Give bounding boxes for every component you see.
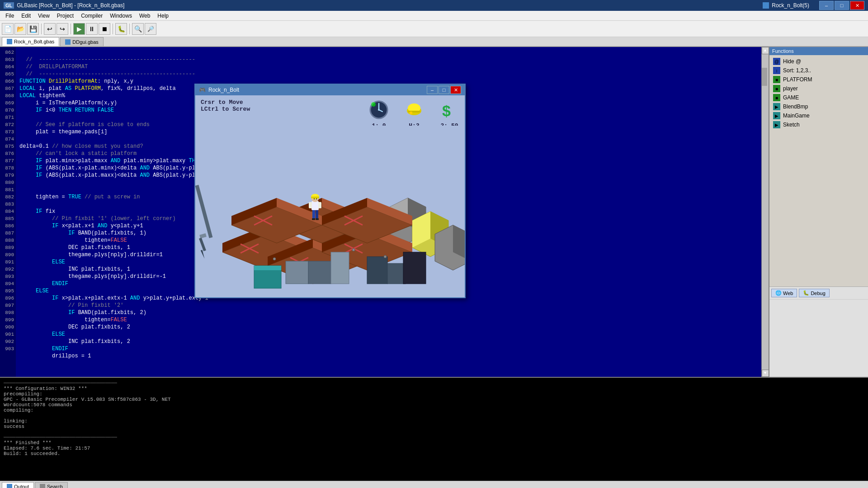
output-line-9 xyxy=(4,429,864,435)
stop-button[interactable]: ⏹ xyxy=(99,23,110,35)
panel-item-sketch-label: Sketch xyxy=(783,122,800,128)
debug-label: Debug xyxy=(811,291,825,296)
stat-health: H:3 xyxy=(403,99,425,129)
tab-ddgui[interactable]: DDgui.gbas xyxy=(60,37,103,46)
menu-item-help[interactable]: Help xyxy=(154,12,172,20)
debug-tab-button[interactable]: 🐛 Debug xyxy=(799,289,829,297)
undo-button[interactable]: ↩ xyxy=(44,23,56,35)
game-title-bar[interactable]: 🎮 Rock_n_Bolt – □ ✕ xyxy=(195,84,465,95)
output-line-11: Elapsed: 7.6 sec. Time: 21:57 xyxy=(4,446,864,451)
game-title-left: 🎮 Rock_n_Bolt xyxy=(199,87,239,93)
panel-item-player[interactable]: ■ player xyxy=(771,84,866,93)
pause-button[interactable]: ⏸ xyxy=(86,23,98,35)
right-panel-content: @ Hide @ ↕ Sort: 1,2,3.. ■ PLATFORM ■ pl… xyxy=(769,55,868,286)
output-line-separator2: ────────────────────────────────────── xyxy=(4,435,864,440)
output-line-5: compiling: xyxy=(4,408,864,413)
editor-scrollbar[interactable]: ▲ ▼ xyxy=(761,47,769,377)
output-line-2: precompiling: xyxy=(4,391,864,397)
toolbar-separator-3 xyxy=(113,23,113,34)
menu-item-file[interactable]: File xyxy=(2,12,18,20)
instruction-line-1: Crsr to Move xyxy=(201,99,250,106)
open-button[interactable]: 📂 xyxy=(14,23,26,35)
minimize-button[interactable]: – xyxy=(819,1,834,10)
panel-item-blendbmp[interactable]: ▶ BlendBmp xyxy=(771,102,866,111)
panel-item-maingame[interactable]: ▶ MainGame xyxy=(771,111,866,120)
dollar-icon: $ xyxy=(439,99,460,121)
search-tab[interactable]: Search xyxy=(35,482,68,488)
zoom-in-button[interactable]: 🔍 xyxy=(132,23,144,35)
svg-rect-61 xyxy=(312,209,315,219)
svg-rect-65 xyxy=(318,202,321,208)
game-minimize-button[interactable]: – xyxy=(427,86,438,94)
game-maximize-button[interactable]: □ xyxy=(439,86,449,94)
build-button[interactable]: ▶ xyxy=(73,23,85,35)
svg-rect-60 xyxy=(403,252,426,284)
svg-text:$: $ xyxy=(442,102,451,119)
svg-rect-68 xyxy=(311,197,319,198)
game-window: 🎮 Rock_n_Bolt – □ ✕ Crsr to Move LCtrl t… xyxy=(194,84,466,298)
zoom-out-button[interactable]: 🔎 xyxy=(145,23,156,35)
game-scene-svg xyxy=(195,126,465,297)
tab-bar: Rock_n_Bolt.gbas DDgui.gbas xyxy=(0,37,868,47)
svg-rect-55 xyxy=(331,252,349,284)
svg-point-4 xyxy=(371,102,376,107)
debug-icon: 🐛 xyxy=(803,290,809,296)
debug-button[interactable]: 🐛 xyxy=(115,23,127,35)
menu-item-compiler[interactable]: Compiler xyxy=(77,12,106,20)
menu-item-project[interactable]: Project xyxy=(53,12,77,20)
tab-icon-1 xyxy=(7,39,12,44)
save-button[interactable]: 💾 xyxy=(27,23,39,35)
output-line-1: *** Configuration: WIN32 *** xyxy=(4,386,864,391)
panel-icon-sketch: ▶ xyxy=(773,121,780,128)
panel-item-sort[interactable]: ↕ Sort: 1,2,3.. xyxy=(771,66,866,75)
output-line-10: *** Finished *** xyxy=(4,440,864,446)
scroll-thumb[interactable] xyxy=(762,68,767,86)
clock-icon xyxy=(368,99,390,121)
output-tab-label: Output xyxy=(14,484,29,488)
svg-rect-53 xyxy=(286,261,308,284)
panel-item-sketch[interactable]: ▶ Sketch xyxy=(771,120,866,129)
panel-item-player-label: player xyxy=(783,85,798,92)
search-tab-label: Search xyxy=(47,484,63,488)
helmet-icon xyxy=(403,99,425,121)
game-title-bar-buttons: – □ ✕ xyxy=(427,86,461,94)
panel-item-hide[interactable]: @ Hide @ xyxy=(771,57,866,66)
tab-icon-2 xyxy=(65,39,71,45)
toolbar-separator-4 xyxy=(129,23,130,34)
output-tab[interactable]: Output xyxy=(2,482,34,488)
svg-rect-71 xyxy=(312,218,315,220)
close-button[interactable]: ✕ xyxy=(850,1,864,10)
app-title: GLBasic [Rock_n_Bolt] - [Rock_n_Bolt.gba… xyxy=(17,2,124,9)
output-line-12: Build: 1 succeeded. xyxy=(4,451,864,456)
menu-item-windows[interactable]: Windows xyxy=(106,12,136,20)
menu-item-edit[interactable]: Edit xyxy=(18,12,34,20)
menu-bar: FileEditViewProjectCompilerWindowsWebHel… xyxy=(0,11,868,21)
game-title-icon: 🎮 xyxy=(199,87,206,93)
menu-item-web[interactable]: Web xyxy=(136,12,154,20)
svg-point-73 xyxy=(273,258,276,260)
panel-item-platform-label: PLATFORM xyxy=(783,76,812,83)
game-close-button[interactable]: ✕ xyxy=(450,86,461,94)
svg-rect-72 xyxy=(316,218,319,220)
scroll-down-arrow[interactable]: ▼ xyxy=(762,370,769,377)
stat-money: $ 2: 50 xyxy=(439,99,460,129)
menu-item-view[interactable]: View xyxy=(34,12,53,20)
panel-item-game[interactable]: ■ GAME xyxy=(771,93,866,102)
instruction-line-2: LCtrl to Screw xyxy=(201,106,250,113)
game-stats: 1: 0 H:3 xyxy=(368,99,460,129)
new-button[interactable]: 📄 xyxy=(2,23,14,35)
panel-item-platform[interactable]: ■ PLATFORM xyxy=(771,75,866,84)
active-window-icon xyxy=(763,2,769,9)
right-panel-title: Functions xyxy=(772,48,794,54)
svg-rect-58 xyxy=(367,257,387,284)
game-scene xyxy=(195,126,465,297)
panel-icon-game: ■ xyxy=(773,94,780,101)
redo-button[interactable]: ↪ xyxy=(57,23,68,35)
tab-rock-n-bolt[interactable]: Rock_n_Bolt.gbas xyxy=(2,37,59,46)
web-tab-button[interactable]: 🌐 Web xyxy=(771,289,797,297)
right-panel-bottom-tabs: 🌐 Web 🐛 Debug xyxy=(769,287,868,300)
output-line-6 xyxy=(4,413,864,418)
scroll-up-arrow[interactable]: ▲ xyxy=(762,47,769,54)
maximize-button[interactable]: □ xyxy=(835,1,849,10)
bottom-tabs: Output Search xyxy=(0,481,868,488)
